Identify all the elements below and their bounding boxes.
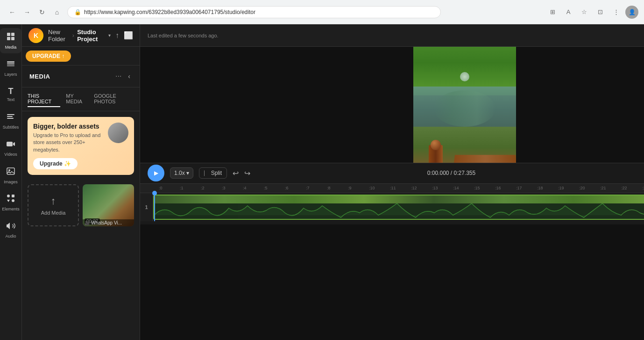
sidebar-item-media[interactable]: Media [0,28,21,53]
play-button[interactable]: ▶ [148,165,164,181]
svg-rect-3 [11,37,14,40]
ruler-mark: :1 [180,186,201,190]
ruler-mark: :8 [327,186,348,190]
more-options-button[interactable]: ··· [113,71,124,81]
media-label: Media [5,45,17,50]
speed-button[interactable]: 1.0x ▾ [170,167,193,179]
svg-rect-1 [11,33,14,36]
images-label: Images [4,180,18,185]
upgrade-banner: Bigger, bolder assets Upgrade to Pro to … [28,117,134,175]
fountain [460,72,469,81]
media-item-0[interactable]: 00:27 🎥 WhatsApp Vi... [83,184,134,226]
ruler-mark: :19 [558,186,579,190]
railing [454,155,516,163]
layers-icon [6,59,15,71]
speed-value: 1.0x [174,170,185,176]
browser-extensions-icon[interactable]: ⊞ [546,6,559,19]
upgrade-btn-label: Upgrade ✨ [40,160,71,167]
sidebar-item-layers[interactable]: Layers [0,55,21,80]
svg-rect-0 [7,33,10,36]
home-button[interactable]: ⌂ [50,6,64,19]
sidebar-item-audio[interactable]: Audio [0,217,21,243]
ruler-mark: :17 [516,186,537,190]
preview-button[interactable]: ⬜ [124,31,133,40]
ruler-mark: :11 [390,186,411,190]
subtitles-label: Subtitles [3,125,19,130]
svg-rect-4 [7,61,14,63]
sidebar: Media Layers T Text Subtitles Videos [0,24,22,340]
project-name[interactable]: Studio Project [77,29,106,43]
video-preview[interactable] [413,47,516,163]
ruler-mark: :13 [432,186,453,190]
sidebar-item-elements[interactable]: Elements [0,190,21,215]
canvas-toolbar: ▶ 1.0x ▾ ⎸ Split ↩ ↪ 0:00.000 / [140,163,644,183]
folder-name[interactable]: New Folder [48,29,70,43]
app-bar: K New Folder › Studio Project ▾ ↑ ⬜ [22,24,140,47]
browser-profile-icon[interactable]: A [562,6,575,19]
sidebar-item-subtitles[interactable]: Subtitles [0,108,21,133]
media-tabs: THIS PROJECT MY MEDIA GOOGLE PHOTOS [22,87,140,111]
browser-menu-icon[interactable]: ⋮ [609,6,623,19]
collapse-panel-button[interactable]: ‹ [126,72,132,81]
media-name-0: WhatsApp Vi... [91,220,122,225]
forward-button[interactable]: → [21,6,34,19]
media-panel: K New Folder › Studio Project ▾ ↑ ⬜ UPGR… [22,24,140,340]
media-panel-title: MEDIA [29,73,50,80]
ruler-mark: :9 [348,186,369,190]
total-time: 0:27.355 [454,170,476,176]
app-topbar: Last edited a few seconds ago. ⬜ ⚙ + Sha… [140,24,644,47]
subtitles-icon [6,112,15,124]
sidebar-item-videos[interactable]: Videos [0,136,21,161]
time-display: 0:00.000 / 0:27.355 [256,170,644,176]
project-dropdown-icon[interactable]: ▾ [108,33,111,38]
address-bar-url[interactable]: https://www.kapwing.com/63922b8ed3939a00… [84,9,255,15]
ruler-mark: :22 [621,186,642,190]
upgrade-button[interactable]: UPGRADE ↑ [26,51,71,62]
browser-sync-icon[interactable]: ⊡ [594,6,607,19]
timeline-track-row: 1 [140,193,644,221]
media-grid: ↑ Add Media 00:27 🎥 WhatsApp Vi... [22,181,140,230]
undo-button[interactable]: ↩ [233,169,239,178]
elements-label: Elements [2,207,20,212]
svg-rect-14 [12,195,14,197]
upload-button[interactable]: ↑ [115,31,119,40]
ruler-mark: :14 [453,186,474,190]
elements-icon [6,194,15,206]
reload-button[interactable]: ↻ [35,6,49,19]
speed-chevron-icon: ▾ [186,170,189,176]
sidebar-item-text[interactable]: T Text [0,83,21,106]
svg-rect-6 [7,65,14,66]
ruler-mark: :18 [537,186,558,190]
playhead[interactable] [154,193,155,221]
redo-button[interactable]: ↪ [244,169,250,178]
breadcrumb: New Folder › Studio Project ▾ [48,29,111,43]
tab-google-photos[interactable]: GOOGLE PHOTOS [94,91,134,107]
timeline-ruler: :0 :1 :2 :3 :4 :5 :6 :7 :8 :9 :10 :11 [140,184,644,193]
upgrade-banner-button[interactable]: Upgrade ✨ [33,158,78,169]
svg-rect-8 [7,116,13,117]
track-content[interactable] [153,193,644,221]
sidebar-item-images[interactable]: Images [0,163,21,188]
split-icon: ⎸ [204,170,209,176]
svg-rect-2 [7,37,10,40]
tab-my-media[interactable]: MY MEDIA [66,91,88,107]
browser-user-icon[interactable]: 👤 [625,6,638,19]
tab-this-project[interactable]: THIS PROJECT [28,91,60,107]
split-label: Split [211,170,222,176]
ruler-mark: :4 [243,186,264,190]
svg-point-13 [7,195,10,197]
images-icon [6,166,15,179]
ruler-mark: :23 [642,186,644,190]
add-media-button[interactable]: ↑ Add Media [28,184,79,226]
audio-waveform [154,203,644,219]
ruler-mark: :10 [369,186,390,190]
back-button[interactable]: ← [6,6,19,19]
videos-icon [6,139,15,152]
split-button[interactable]: ⎸ Split [199,167,227,179]
canvas-area[interactable] [140,47,644,163]
browser-star-icon[interactable]: ☆ [578,6,591,19]
add-media-label: Add Media [41,210,66,216]
ruler-mark: :6 [285,186,306,190]
last-saved-text: Last edited a few seconds ago. [148,33,219,38]
video-clip[interactable] [153,195,644,220]
